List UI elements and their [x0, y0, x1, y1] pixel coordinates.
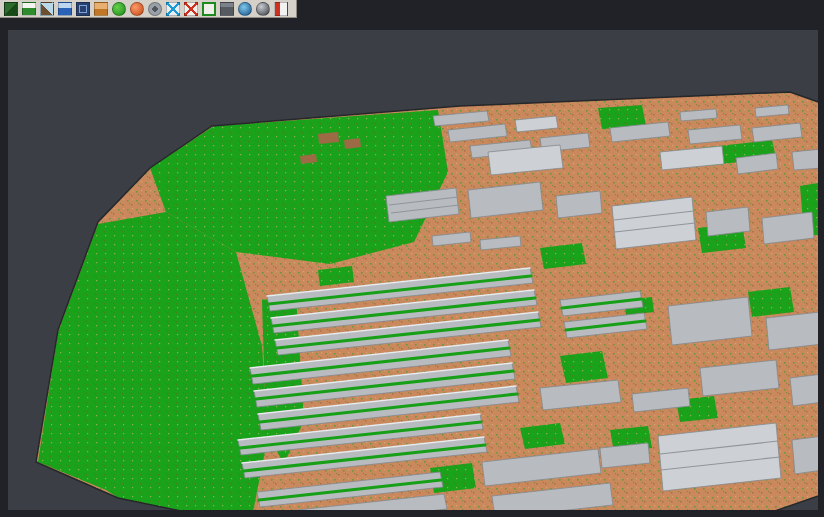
classify-vegetation-icon[interactable] — [112, 2, 126, 16]
grid-view-icon[interactable] — [76, 2, 90, 16]
settings-gear-icon[interactable] — [148, 2, 162, 16]
capture-view-icon[interactable] — [274, 2, 288, 16]
delete-selection-icon[interactable] — [184, 2, 198, 16]
pan-view-icon[interactable] — [220, 2, 234, 16]
open-project-icon[interactable] — [4, 2, 18, 16]
orbit-view-icon[interactable] — [256, 2, 270, 16]
save-project-icon[interactable] — [22, 2, 36, 16]
zoom-extents-icon[interactable] — [166, 2, 180, 16]
orthophoto-icon[interactable] — [94, 2, 108, 16]
viewport-3d-scene[interactable] — [0, 0, 824, 517]
toolbar — [0, 0, 297, 18]
terrain-model-icon[interactable] — [40, 2, 54, 16]
globe-view-icon[interactable] — [238, 2, 252, 16]
classify-ground-icon[interactable] — [130, 2, 144, 16]
select-region-icon[interactable] — [202, 2, 216, 16]
point-cloud-icon[interactable] — [58, 2, 72, 16]
